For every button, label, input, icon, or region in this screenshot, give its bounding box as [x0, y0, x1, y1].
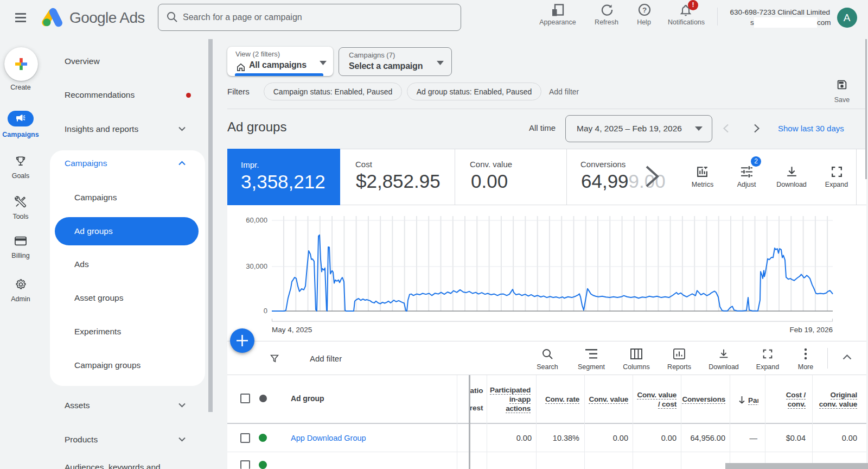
- svg-text:0: 0: [264, 307, 267, 315]
- svg-text:May 4, 2025: May 4, 2025: [272, 326, 312, 334]
- svg-text:60,000: 60,000: [246, 216, 267, 224]
- svg-text:Feb 19, 2026: Feb 19, 2026: [789, 326, 833, 334]
- svg-text:30,000: 30,000: [246, 262, 267, 270]
- svg-text:?: ?: [642, 6, 647, 14]
